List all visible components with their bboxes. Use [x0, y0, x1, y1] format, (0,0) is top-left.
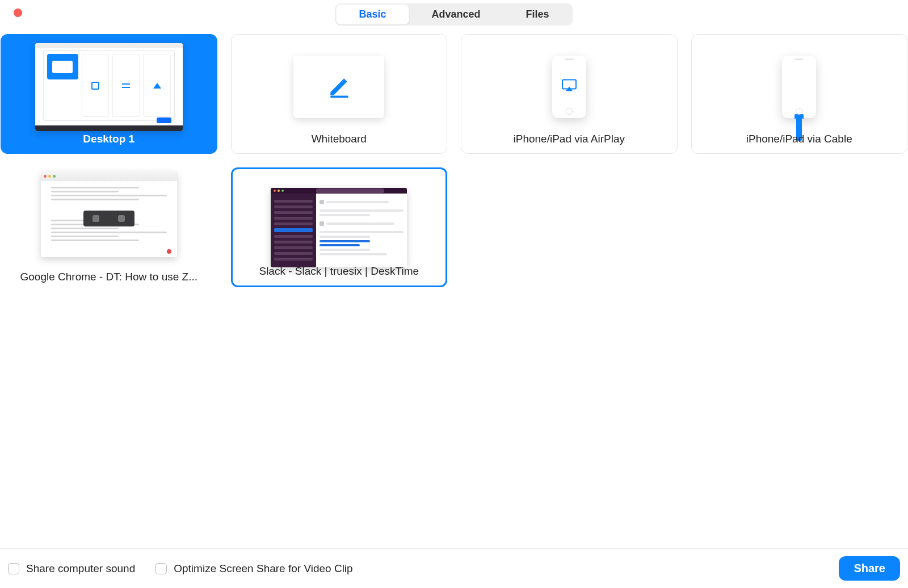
share-option-desktop-1[interactable]: Desktop 1: [1, 34, 217, 154]
share-option-slack-window[interactable]: Slack - Slack | truesix | DeskTime: [231, 167, 448, 287]
optimize-video-checkbox[interactable]: Optimize Screen Share for Video Clip: [155, 562, 352, 575]
chrome-window-thumbnail: [41, 172, 177, 257]
share-button[interactable]: Share: [839, 556, 900, 581]
checkbox-box: [155, 563, 167, 574]
tab-files[interactable]: Files: [503, 5, 572, 24]
whiteboard-thumbnail: [293, 56, 384, 118]
share-mode-tabs: Basic Advanced Files: [335, 3, 573, 26]
checkbox-label: Optimize Screen Share for Video Clip: [174, 562, 352, 575]
share-option-chrome-window[interactable]: Google Chrome - DT: How to use Z...: [1, 167, 217, 287]
share-option-label: iPhone/iPad via Cable: [692, 133, 907, 145]
tab-basic[interactable]: Basic: [336, 5, 409, 24]
share-sound-checkbox[interactable]: Share computer sound: [8, 562, 135, 575]
airplay-icon: [561, 78, 577, 92]
share-options-grid: Desktop 1 Whiteboard iPhone/iPad via Air…: [1, 34, 907, 287]
share-option-label: Desktop 1: [1, 133, 217, 145]
svg-rect-0: [331, 95, 348, 98]
share-option-iphone-cable[interactable]: iPhone/iPad via Cable: [691, 34, 908, 154]
pencil-icon: [326, 74, 352, 99]
share-option-whiteboard[interactable]: Whiteboard: [231, 34, 448, 154]
iphone-airplay-thumbnail: [552, 56, 586, 118]
share-option-label: Google Chrome - DT: How to use Z...: [1, 271, 217, 283]
desktop-1-thumbnail: [35, 43, 183, 131]
share-option-label: iPhone/iPad via AirPlay: [461, 133, 677, 145]
slack-window-thumbnail: [271, 188, 407, 267]
bottom-bar: Share computer sound Optimize Screen Sha…: [0, 548, 908, 588]
share-option-iphone-airplay[interactable]: iPhone/iPad via AirPlay: [461, 34, 678, 154]
iphone-cable-thumbnail: [782, 56, 816, 118]
close-window-button[interactable]: [14, 9, 22, 17]
share-option-label: Whiteboard: [232, 133, 447, 145]
checkbox-box: [8, 563, 19, 574]
share-option-label: Slack - Slack | truesix | DeskTime: [233, 265, 446, 278]
tab-advanced[interactable]: Advanced: [409, 5, 503, 24]
checkbox-label: Share computer sound: [26, 562, 135, 575]
